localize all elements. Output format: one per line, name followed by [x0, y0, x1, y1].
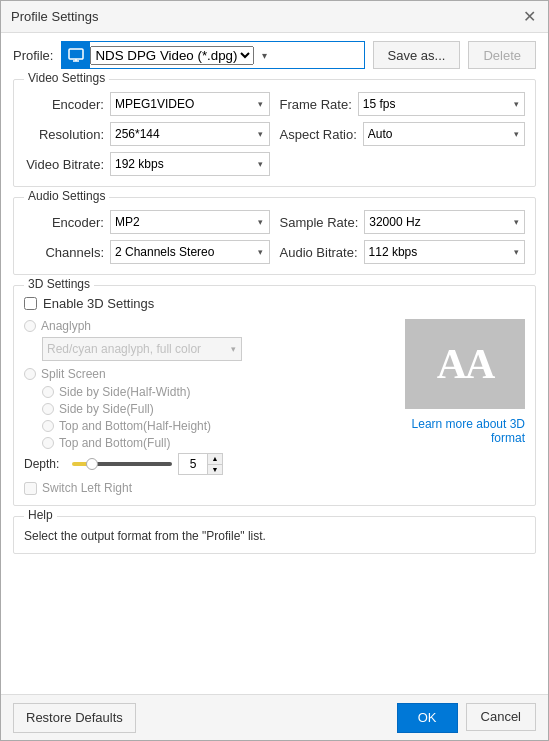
help-section: Help Select the output format from the "…	[13, 516, 536, 554]
video-bitrate-select[interactable]: 192 kbps	[111, 153, 253, 175]
channels-select-wrap: 2 Channels Stereo ▾	[110, 240, 270, 264]
channels-row: Channels: 2 Channels Stereo ▾	[24, 240, 270, 264]
channels-label: Channels:	[24, 245, 104, 260]
aspect-ratio-select[interactable]: Auto	[364, 123, 508, 145]
depth-spin-buttons: ▲ ▼	[207, 454, 222, 474]
aspect-ratio-select-wrap: Auto ▾	[363, 122, 525, 146]
encoder-row: Encoder: MPEG1VIDEO ▾	[24, 92, 270, 116]
audio-encoder-label: Encoder:	[24, 215, 104, 230]
side-by-side-half-radio[interactable]	[42, 386, 54, 398]
video-bitrate-row: Video Bitrate: 192 kbps ▾	[24, 152, 270, 176]
threed-options: Anaglyph Red/cyan anaglyph, full color ▾	[24, 319, 385, 495]
depth-spin-up-button[interactable]: ▲	[208, 454, 222, 465]
threed-settings-section: 3D Settings Enable 3D Settings Anaglyph	[13, 285, 536, 506]
encoder-label: Encoder:	[24, 97, 104, 112]
anaglyph-select-row: Red/cyan anaglyph, full color ▾	[42, 337, 385, 361]
aspect-ratio-label: Aspect Ratio:	[280, 127, 357, 142]
audio-encoder-select[interactable]: MP2	[111, 211, 253, 233]
top-bottom-half-label: Top and Bottom(Half-Height)	[59, 419, 211, 433]
ok-button[interactable]: OK	[397, 703, 458, 733]
channels-select[interactable]: 2 Channels Stereo	[111, 241, 253, 263]
switch-lr-label: Switch Left Right	[42, 481, 132, 495]
depth-label: Depth:	[24, 457, 66, 471]
close-button[interactable]: ✕	[520, 8, 538, 26]
enable-3d-checkbox[interactable]	[24, 297, 37, 310]
aa-preview: AA	[405, 319, 525, 409]
audio-bitrate-dropdown-arrow-icon: ▾	[508, 241, 524, 263]
video-settings-section: Video Settings Encoder: MPEG1VIDEO ▾ Res…	[13, 79, 536, 187]
depth-input-wrap: ▲ ▼	[178, 453, 223, 475]
profile-icon	[62, 42, 90, 68]
audio-settings-section: Audio Settings Encoder: MP2 ▾ Channels:	[13, 197, 536, 275]
top-bottom-half-radio[interactable]	[42, 420, 54, 432]
resolution-row: Resolution: 256*144 ▾	[24, 122, 270, 146]
cancel-button[interactable]: Cancel	[466, 703, 536, 731]
video-bitrate-select-wrap: 192 kbps ▾	[110, 152, 270, 176]
profile-dropdown-arrow-icon: ▾	[254, 42, 274, 68]
save-as-button[interactable]: Save as...	[373, 41, 461, 69]
video-settings-title: Video Settings	[24, 71, 109, 85]
switch-lr-checkbox[interactable]	[24, 482, 37, 495]
split-screen-label: Split Screen	[41, 367, 106, 381]
frame-rate-dropdown-arrow-icon: ▾	[508, 93, 524, 115]
audio-bitrate-row: Audio Bitrate: 112 kbps ▾	[280, 240, 526, 264]
encoder-dropdown-arrow-icon: ▾	[253, 93, 269, 115]
audio-settings-title: Audio Settings	[24, 189, 109, 203]
depth-thumb[interactable]	[86, 458, 98, 470]
audio-encoder-select-wrap: MP2 ▾	[110, 210, 270, 234]
depth-track	[72, 462, 172, 466]
profile-select-wrapper: NDS DPG Video (*.dpg) ▾	[61, 41, 364, 69]
top-bottom-full-radio[interactable]	[42, 437, 54, 449]
anaglyph-select-wrap: Red/cyan anaglyph, full color ▾	[42, 337, 242, 361]
frame-rate-select-wrap: 15 fps ▾	[358, 92, 525, 116]
frame-rate-select[interactable]: 15 fps	[359, 93, 508, 115]
window-title: Profile Settings	[11, 9, 98, 24]
footer: Restore Defaults OK Cancel	[1, 694, 548, 740]
content-area: Profile: NDS DPG Video (*.dpg) ▾ Save as…	[1, 33, 548, 694]
aspect-ratio-row: Aspect Ratio: Auto ▾	[280, 122, 526, 146]
audio-col-left: Encoder: MP2 ▾ Channels: 2 Channels	[24, 210, 270, 264]
depth-spin-down-button[interactable]: ▼	[208, 465, 222, 475]
side-by-side-full-radio[interactable]	[42, 403, 54, 415]
threed-right-panel: AA Learn more about 3D format	[385, 319, 525, 495]
profile-settings-window: Profile Settings ✕ Profile: NDS DPG Vide…	[0, 0, 549, 741]
depth-slider[interactable]	[72, 457, 172, 471]
audio-col-right: Sample Rate: 32000 Hz ▾ Audio Bitrate:	[280, 210, 526, 264]
audio-bitrate-select-wrap: 112 kbps ▾	[364, 240, 525, 264]
sample-rate-select-wrap: 32000 Hz ▾	[364, 210, 525, 234]
enable-3d-label[interactable]: Enable 3D Settings	[43, 296, 154, 311]
help-text: Select the output format from the "Profi…	[24, 529, 525, 543]
restore-defaults-button[interactable]: Restore Defaults	[13, 703, 136, 733]
learn-more-link[interactable]: Learn more about 3D format	[385, 417, 525, 445]
threed-settings-title: 3D Settings	[24, 277, 94, 291]
split-screen-radio-row: Split Screen	[24, 367, 385, 381]
video-col-right: Frame Rate: 15 fps ▾ Aspect Ratio: A	[280, 92, 526, 176]
video-col-left: Encoder: MPEG1VIDEO ▾ Resolution: 25	[24, 92, 270, 176]
sample-rate-label: Sample Rate:	[280, 215, 359, 230]
encoder-select[interactable]: MPEG1VIDEO	[111, 93, 253, 115]
frame-rate-label: Frame Rate:	[280, 97, 352, 112]
frame-rate-row: Frame Rate: 15 fps ▾	[280, 92, 526, 116]
video-settings-grid: Encoder: MPEG1VIDEO ▾ Resolution: 25	[24, 92, 525, 176]
channels-dropdown-arrow-icon: ▾	[253, 241, 269, 263]
sample-rate-select[interactable]: 32000 Hz	[365, 211, 508, 233]
audio-bitrate-label: Audio Bitrate:	[280, 245, 358, 260]
side-by-side-half-row: Side by Side(Half-Width)	[42, 385, 385, 399]
anaglyph-dropdown-arrow-icon: ▾	[225, 338, 241, 360]
side-by-side-full-row: Side by Side(Full)	[42, 402, 385, 416]
anaglyph-radio[interactable]	[24, 320, 36, 332]
delete-button[interactable]: Delete	[468, 41, 536, 69]
profile-row: Profile: NDS DPG Video (*.dpg) ▾ Save as…	[13, 41, 536, 69]
resolution-label: Resolution:	[24, 127, 104, 142]
split-screen-radio[interactable]	[24, 368, 36, 380]
resolution-dropdown-arrow-icon: ▾	[253, 123, 269, 145]
depth-input[interactable]	[179, 454, 207, 474]
top-bottom-half-row: Top and Bottom(Half-Height)	[42, 419, 385, 433]
help-title: Help	[24, 508, 57, 522]
profile-dropdown[interactable]: NDS DPG Video (*.dpg)	[90, 46, 254, 65]
aa-preview-text: AA	[437, 340, 494, 388]
audio-bitrate-select[interactable]: 112 kbps	[365, 241, 508, 263]
resolution-select[interactable]: 256*144	[111, 123, 253, 145]
anaglyph-label: Anaglyph	[41, 319, 91, 333]
encoder-select-wrap: MPEG1VIDEO ▾	[110, 92, 270, 116]
